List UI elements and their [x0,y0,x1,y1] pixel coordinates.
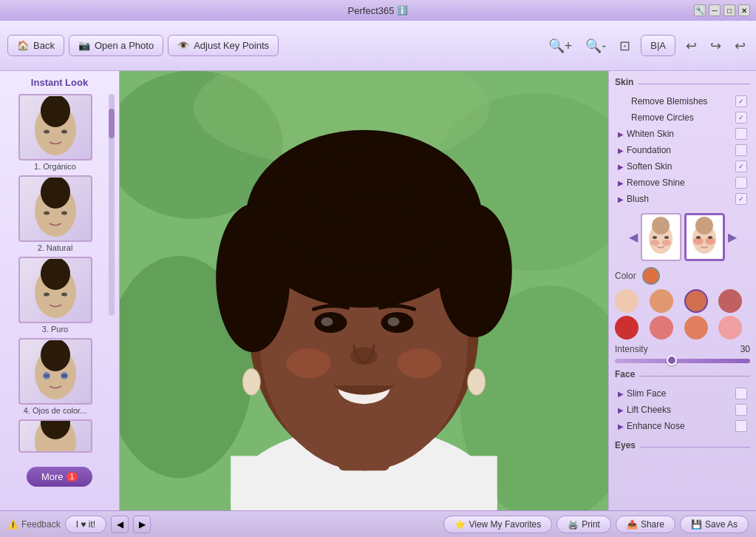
soften-skin-arrow: ▶ [618,163,624,171]
fit-button[interactable]: ⊡ [616,36,633,55]
color-option-6[interactable] [650,316,673,340]
color-option-5[interactable] [615,316,638,340]
warning-icon: ⚠️ [7,519,18,530]
look-item-5[interactable] [18,419,92,456]
blush-item[interactable]: ▶ Blush ✓ [615,191,750,207]
foundation-arrow: ▶ [618,146,624,155]
open-photo-button[interactable]: 📷 Open a Photo [69,35,163,56]
whiten-skin-checkbox[interactable] [735,128,747,140]
color-option-4[interactable] [718,289,742,313]
heart-it-button[interactable]: I ♥ it! [65,516,106,533]
color-option-7[interactable] [684,316,708,340]
undo-button[interactable]: ↩ [683,36,700,55]
remove-circles-checkbox[interactable]: ✓ [735,112,747,124]
share-icon: 📤 [627,519,638,530]
foundation-checkbox[interactable] [735,144,747,156]
save-as-button[interactable]: 💾 Save As [680,516,749,533]
soften-skin-item[interactable]: ▶ Soften Skin ✓ [615,158,750,175]
soften-skin-checkbox[interactable]: ✓ [735,161,747,172]
whiten-skin-item[interactable]: ▶ Whiten Skin [615,126,750,142]
intensity-slider[interactable] [615,359,750,363]
forward-button[interactable]: ↩ [732,36,749,55]
color-grid [615,289,750,340]
svg-point-11 [61,292,67,296]
next-nav-button[interactable]: ▶ [133,516,151,533]
adjust-key-points-button[interactable]: 👁️ Adjust Key Points [168,35,279,56]
enhance-nose-item[interactable]: ▶ Enhance Nose [615,418,750,434]
bottom-bar: ⚠️ Feedback I ♥ it! ◀ ▶ ⭐ View My Favori… [0,510,756,537]
minimize-button[interactable]: ─ [709,4,721,16]
settings-icon[interactable]: 🔧 [694,4,706,16]
preview-next-arrow[interactable]: ▶ [728,230,737,244]
remove-shine-label: Remove Shine [627,178,732,188]
svg-point-17 [61,372,68,379]
eyes-divider [640,447,750,448]
instant-look-title: Instant Look [31,77,88,88]
svg-point-52 [664,236,669,239]
preview-prev-arrow[interactable]: ◀ [629,230,638,244]
remove-shine-item[interactable]: ▶ Remove Shine [615,175,750,191]
back-icon: 🏠 [17,40,29,51]
svg-point-51 [653,236,657,239]
blush-checkbox[interactable]: ✓ [735,193,747,205]
slim-face-arrow: ▶ [618,390,624,398]
svg-point-1 [41,96,70,127]
svg-point-2 [44,129,50,133]
skin-divider [638,84,750,84]
color-option-1[interactable] [615,289,638,313]
look-thumb-3 [18,257,92,323]
svg-point-50 [662,240,671,246]
share-button[interactable]: 📤 Share [616,516,675,533]
face-divider [639,376,750,376]
look-item-3[interactable]: 3. Puro [18,257,92,334]
slim-face-checkbox[interactable] [735,388,747,399]
color-option-3[interactable] [684,289,708,313]
look-item-2[interactable]: 2. Natural [18,175,92,252]
more-button[interactable]: More 1 [27,467,92,487]
window-controls: 🔧 ─ □ ✕ [694,4,750,16]
zoom-in-button[interactable]: 🔍+ [545,36,576,55]
remove-blemishes-item[interactable]: Remove Blemishes ✓ [615,93,750,109]
svg-point-6 [44,211,50,215]
look-item-1[interactable]: 1. Orgánico [18,94,92,171]
more-badge: 1 [67,472,78,482]
remove-circles-label: Remove Circles [631,112,732,123]
ba-button[interactable]: B|A [641,35,675,56]
active-color-swatch[interactable] [642,267,660,285]
look-label-1: 1. Orgánico [34,162,76,171]
svg-point-9 [41,259,70,290]
look-thumb-4 [18,338,92,405]
svg-point-48 [652,217,670,234]
print-icon: 🖨️ [568,519,579,530]
zoom-out-button[interactable]: 🔍- [582,36,609,55]
foundation-item[interactable]: ▶ Foundation [615,142,750,158]
svg-point-41 [388,317,400,326]
enhance-nose-checkbox[interactable] [735,420,747,432]
color-option-8[interactable] [718,316,742,340]
preview-face-2[interactable] [684,213,725,261]
remove-blemishes-checkbox[interactable]: ✓ [735,95,747,107]
print-button[interactable]: 🖨️ Print [556,516,611,533]
sidebar-scrollbar[interactable] [109,94,115,316]
feedback-button[interactable]: ⚠️ Feedback [7,519,61,530]
view-favorites-button[interactable]: ⭐ View My Favorites [443,516,552,533]
foundation-label: Foundation [627,145,732,155]
svg-point-46 [468,368,486,395]
preview-face-1[interactable] [641,213,681,261]
redo-button[interactable]: ↪ [707,36,724,55]
remove-shine-checkbox[interactable] [735,177,747,189]
save-icon: 💾 [691,519,702,530]
close-button[interactable]: ✕ [738,4,750,16]
maximize-button[interactable]: □ [723,4,735,16]
slim-face-item[interactable]: ▶ Slim Face [615,385,750,402]
lift-cheeks-checkbox[interactable] [735,404,747,416]
prev-nav-button[interactable]: ◀ [111,516,129,533]
lift-cheeks-item[interactable]: ▶ Lift Cheeks [615,402,750,418]
lift-cheeks-label: Lift Cheeks [627,405,732,415]
intensity-row: Intensity 30 [615,344,750,354]
look-item-4[interactable]: 4. Ojos de color... [18,338,92,415]
remove-circles-item[interactable]: Remove Circles ✓ [615,109,750,126]
color-option-2[interactable] [650,289,673,313]
svg-point-3 [61,129,67,133]
back-button[interactable]: 🏠 Back [7,35,64,56]
